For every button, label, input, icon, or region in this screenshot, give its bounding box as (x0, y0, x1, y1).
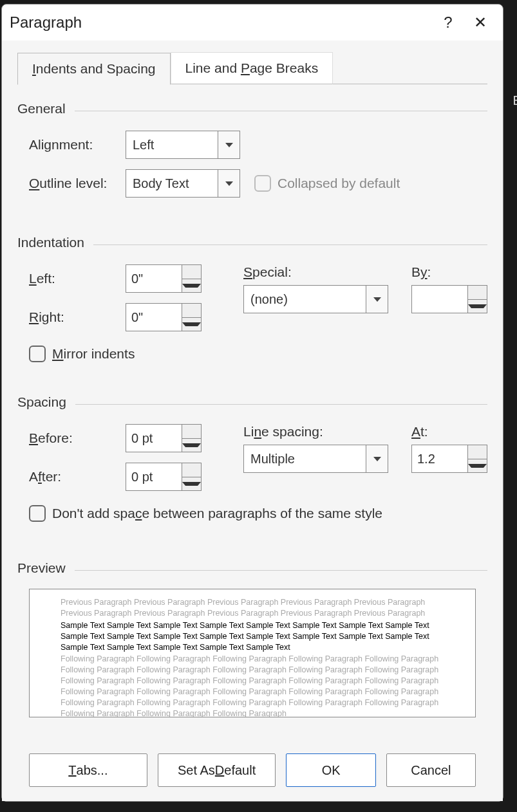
tab-bar: Indents and Spacing Line and Page Breaks (17, 52, 487, 84)
alignment-value: Left (133, 138, 154, 152)
collapsed-label: Collapsed by default (277, 176, 400, 191)
outline-combo[interactable]: Body Text (126, 169, 240, 198)
by-label: By: (411, 264, 487, 280)
section-preview: Preview (17, 560, 487, 576)
paragraph-dialog: Paragraph ? ✕ Indents and Spacing Line a… (1, 4, 503, 802)
line-spacing-combo[interactable]: Multiple (243, 445, 388, 473)
spin-down-icon[interactable] (182, 318, 201, 331)
special-combo[interactable]: (none) (243, 285, 388, 313)
no-space-checkbox[interactable] (29, 505, 46, 522)
help-button[interactable]: ? (432, 6, 464, 39)
tabs-button[interactable]: Tabs... (29, 753, 147, 787)
chevron-down-icon (218, 131, 240, 158)
after-spinner[interactable]: 0 pt (126, 463, 202, 491)
tab-indents-spacing[interactable]: Indents and Spacing (17, 53, 171, 85)
line-spacing-label: Line spacing: (243, 424, 399, 439)
no-space-label: Don't add space between paragraphs of th… (52, 506, 382, 521)
preview-sample: Sample Text Sample Text Sample Text Samp… (61, 620, 444, 653)
spin-down-icon[interactable] (182, 439, 201, 452)
ok-button[interactable]: OK (286, 753, 375, 787)
section-spacing: Spacing (17, 394, 487, 410)
indent-right-spinner[interactable]: 0" (126, 303, 202, 331)
preview-previous: Previous Paragraph Previous Paragraph Pr… (61, 597, 444, 619)
indent-left-label: Left: (29, 271, 126, 286)
at-spinner[interactable]: 1.2 (411, 445, 487, 473)
alignment-combo[interactable]: Left (126, 131, 240, 159)
spin-up-icon[interactable] (468, 286, 487, 300)
cancel-button[interactable]: Cancel (386, 753, 476, 787)
titlebar: Paragraph ? ✕ (2, 5, 503, 41)
collapsed-checkbox (254, 175, 271, 192)
spin-down-icon[interactable] (182, 279, 201, 293)
spin-up-icon[interactable] (182, 425, 201, 439)
outline-label: Outline level: (29, 176, 126, 191)
help-icon: ? (444, 14, 452, 32)
spin-up-icon[interactable] (468, 445, 487, 459)
indent-right-label: Right: (29, 309, 126, 325)
spin-down-icon[interactable] (182, 477, 201, 491)
indent-left-spinner[interactable]: 0" (126, 264, 202, 293)
close-button[interactable]: ✕ (464, 6, 496, 39)
close-icon: ✕ (474, 14, 487, 32)
mirror-indents-label: Mirror indents (52, 346, 135, 362)
edge-text: Ed (513, 93, 517, 108)
tab-line-page-breaks[interactable]: Line and Page Breaks (171, 52, 334, 84)
after-label: After: (29, 469, 126, 484)
spin-up-icon[interactable] (182, 304, 201, 318)
by-spinner[interactable] (411, 285, 487, 313)
outline-value: Body Text (133, 176, 189, 191)
section-general: General (17, 101, 487, 116)
at-label: At: (411, 424, 487, 439)
section-indentation: Indentation (17, 235, 487, 250)
spin-down-icon[interactable] (468, 459, 487, 473)
special-label: Special: (243, 264, 399, 280)
spin-up-icon[interactable] (182, 265, 201, 279)
before-label: Before: (29, 430, 126, 446)
dialog-footer: Tabs... Set As Default OK Cancel (17, 741, 487, 801)
spin-down-icon[interactable] (468, 300, 487, 313)
chevron-down-icon (218, 170, 240, 197)
set-default-button[interactable]: Set As Default (158, 753, 276, 787)
alignment-label: Alignment: (29, 137, 126, 152)
preview-box: Previous Paragraph Previous Paragraph Pr… (29, 589, 476, 717)
chevron-down-icon (366, 445, 388, 472)
chevron-down-icon (366, 286, 388, 313)
dialog-title: Paragraph (10, 14, 432, 32)
preview-following: Following Paragraph Following Paragraph … (61, 654, 444, 717)
before-spinner[interactable]: 0 pt (126, 424, 202, 452)
spin-up-icon[interactable] (182, 463, 201, 477)
mirror-indents-checkbox[interactable] (29, 346, 46, 362)
dialog-body: Indents and Spacing Line and Page Breaks… (2, 41, 503, 801)
